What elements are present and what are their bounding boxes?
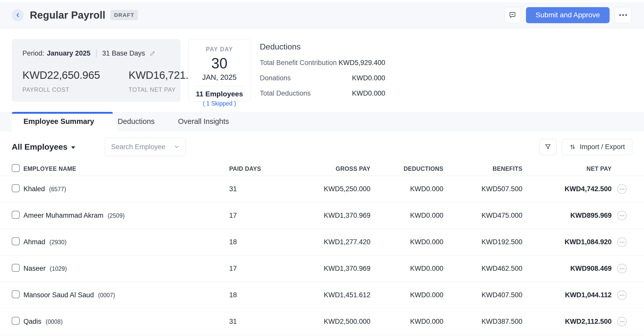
gross-pay-cell: KWD1,451.612 bbox=[278, 291, 370, 299]
payroll-cost-block: KWD22,650.965 PAYROLL COST bbox=[22, 69, 100, 93]
submit-and-approve-button[interactable]: Submit and Approve bbox=[526, 7, 610, 23]
row-checkbox[interactable] bbox=[12, 211, 20, 219]
tabstrip: Employee Summary Deductions Overall Insi… bbox=[0, 112, 644, 131]
back-button[interactable] bbox=[12, 9, 24, 21]
ellipsis-icon bbox=[619, 14, 627, 16]
deduction-value: KWD5,929.400 bbox=[339, 59, 385, 67]
table-row: Mansoor Saud Al Saud (0007) 18 KWD1,451.… bbox=[0, 282, 644, 308]
skipped-link[interactable]: ( 1 Skipped ) bbox=[194, 100, 245, 107]
divider bbox=[195, 86, 244, 86]
deductions-cell: KWD0.000 bbox=[370, 212, 443, 219]
employee-number: (1029) bbox=[50, 265, 67, 272]
tab-employee-summary[interactable]: Employee Summary bbox=[12, 112, 106, 131]
employee-filter-dropdown[interactable]: All Employees bbox=[12, 142, 75, 152]
benefits-cell: KWD475.000 bbox=[443, 212, 522, 219]
filter-button[interactable] bbox=[539, 139, 557, 155]
deduction-row: Donations KWD0.000 bbox=[260, 74, 385, 82]
employee-table: EMPLOYEE NAME PAID DAYS GROSS PAY DEDUCT… bbox=[0, 162, 644, 335]
deduction-row: Total Deductions KWD0.000 bbox=[260, 89, 385, 97]
row-checkbox[interactable] bbox=[12, 290, 20, 298]
column-paid-days: PAID DAYS bbox=[229, 165, 278, 172]
benefits-cell: KWD462.500 bbox=[443, 265, 522, 273]
deductions-cell: KWD0.000 bbox=[370, 238, 443, 246]
import-export-icon bbox=[569, 143, 576, 150]
caret-down-icon bbox=[71, 146, 75, 149]
net-pay-cell: KWD908.469 bbox=[522, 265, 612, 273]
gross-pay-cell: KWD1,370.969 bbox=[278, 212, 370, 219]
chevron-down-icon bbox=[174, 144, 179, 150]
row-more-actions-button[interactable] bbox=[617, 317, 627, 326]
row-more-actions-button[interactable] bbox=[617, 237, 627, 247]
gross-pay-cell: KWD2,500.000 bbox=[278, 318, 370, 326]
tab-label: Employee Summary bbox=[23, 117, 94, 126]
deduction-label: Total Benefit Contribution bbox=[260, 59, 337, 67]
row-checkbox[interactable] bbox=[12, 184, 20, 192]
deduction-label: Donations bbox=[260, 74, 291, 82]
deductions-cell: KWD0.000 bbox=[370, 318, 443, 326]
more-actions-button[interactable] bbox=[615, 7, 631, 23]
search-employee-select[interactable]: Search Employee bbox=[105, 138, 186, 156]
tab-label: Deductions bbox=[118, 117, 154, 126]
comment-icon bbox=[509, 11, 516, 19]
net-pay-cell: KWD2,112.500 bbox=[522, 318, 612, 326]
table-header-row: EMPLOYEE NAME PAID DAYS GROSS PAY DEDUCT… bbox=[0, 162, 644, 176]
table-row: Khaled (6577) 31 KWD5,250.000 KWD0.000 K… bbox=[0, 176, 644, 202]
chevron-left-icon bbox=[15, 12, 21, 18]
employee-name-cell[interactable]: Ameer Muhammad Akram (2509) bbox=[23, 212, 229, 219]
payroll-page: Regular Payroll DRAFT Submit and Approve… bbox=[0, 0, 644, 336]
pay-day-card: PAY DAY 30 JAN, 2025 11 Employees ( 1 Sk… bbox=[188, 39, 251, 102]
period-card: Period: January 2025 31 Base Days KWD22,… bbox=[12, 39, 181, 102]
row-more-actions-button[interactable] bbox=[617, 184, 627, 194]
paid-days-cell: 31 bbox=[229, 318, 278, 326]
employee-number: (6577) bbox=[49, 186, 66, 192]
divider bbox=[96, 49, 97, 57]
page-title: Regular Payroll bbox=[30, 9, 105, 21]
pay-day-label: PAY DAY bbox=[194, 46, 245, 53]
base-days: 31 Base Days bbox=[102, 49, 145, 57]
deductions-summary: Deductions Total Benefit Contribution KW… bbox=[260, 39, 385, 97]
row-more-actions-button[interactable] bbox=[617, 290, 627, 300]
comments-button[interactable] bbox=[504, 7, 521, 23]
payroll-cost-label: PAYROLL COST bbox=[22, 86, 100, 93]
paid-days-cell: 18 bbox=[229, 238, 278, 246]
row-more-actions-button[interactable] bbox=[617, 264, 627, 273]
tab-overall-insights[interactable]: Overall Insights bbox=[166, 112, 241, 131]
select-all-checkbox[interactable] bbox=[12, 164, 20, 172]
table-row: Ahmad (2930) 18 KWD1,277.420 KWD0.000 KW… bbox=[0, 229, 644, 255]
net-pay-cell: KWD895.969 bbox=[522, 212, 612, 219]
row-checkbox[interactable] bbox=[12, 317, 20, 325]
paid-days-cell: 17 bbox=[229, 212, 278, 219]
deduction-value: KWD0.000 bbox=[352, 74, 385, 82]
search-employee-placeholder: Search Employee bbox=[111, 143, 174, 151]
employee-name-cell[interactable]: Ahmad (2930) bbox=[23, 238, 229, 246]
deduction-value: KWD0.000 bbox=[352, 89, 385, 97]
table-row: Qadis (0008) 31 KWD2,500.000 KWD0.000 KW… bbox=[0, 308, 644, 335]
employee-number: (2509) bbox=[108, 212, 124, 219]
column-benefits: BENEFITS bbox=[443, 165, 522, 172]
tab-label: Overall Insights bbox=[178, 117, 229, 126]
row-more-actions-button[interactable] bbox=[617, 211, 627, 220]
period-value: January 2025 bbox=[47, 49, 91, 57]
employee-name-cell[interactable]: Mansoor Saud Al Saud (0007) bbox=[23, 291, 229, 299]
benefits-cell: KWD387.500 bbox=[443, 318, 522, 326]
status-badge: DRAFT bbox=[110, 10, 138, 20]
topbar: Regular Payroll DRAFT Submit and Approve bbox=[0, 2, 644, 28]
gross-pay-cell: KWD1,277.420 bbox=[278, 238, 370, 246]
employee-name-cell[interactable]: Khaled (6577) bbox=[23, 185, 229, 193]
pay-day-number: 30 bbox=[194, 55, 245, 72]
employee-name-cell[interactable]: Qadis (0008) bbox=[23, 318, 229, 326]
deductions-cell: KWD0.000 bbox=[370, 265, 443, 273]
employee-name-cell[interactable]: Naseer (1029) bbox=[23, 265, 229, 273]
import-export-button[interactable]: Import / Export bbox=[562, 139, 632, 155]
net-pay-cell: KWD4,742.500 bbox=[522, 185, 612, 193]
gross-pay-cell: KWD5,250.000 bbox=[278, 185, 370, 193]
row-checkbox[interactable] bbox=[12, 264, 20, 272]
payroll-cost-value: KWD22,650.965 bbox=[22, 69, 100, 81]
topbar-actions: Submit and Approve bbox=[504, 7, 631, 23]
column-deductions: DEDUCTIONS bbox=[370, 165, 443, 172]
period-line: Period: January 2025 31 Base Days bbox=[22, 49, 170, 57]
edit-period-button[interactable] bbox=[149, 50, 156, 57]
table-row: Ameer Muhammad Akram (2509) 17 KWD1,370.… bbox=[0, 202, 644, 229]
row-checkbox[interactable] bbox=[12, 237, 20, 245]
pay-day-month-year: JAN, 2025 bbox=[194, 73, 245, 82]
